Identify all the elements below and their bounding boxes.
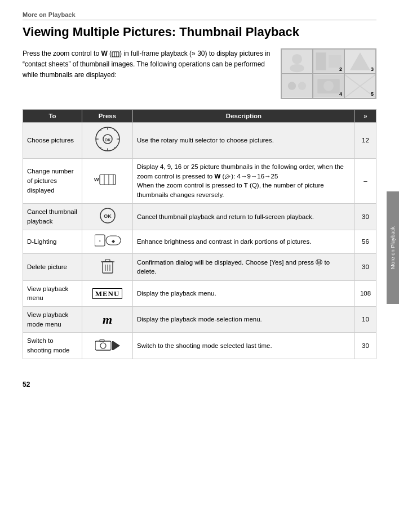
svg-point-28	[114, 131, 115, 132]
table-row: Choose pictures OK	[23, 123, 376, 159]
svg-text:w: w	[94, 176, 99, 182]
thumb-cell-4	[281, 74, 313, 99]
svg-rect-56	[112, 341, 113, 350]
rotary-icon: OK	[95, 126, 121, 152]
intro-area: Press the zoom control to W () in full-f…	[23, 48, 376, 99]
svg-marker-55	[113, 341, 120, 350]
m-button-icon: m	[103, 311, 112, 329]
menu-button-icon: MENU	[92, 288, 123, 299]
page-title: Viewing Multiple Pictures: Thumbnail Pla…	[23, 25, 376, 39]
th-press: Press	[82, 110, 133, 123]
shooting-mode-icon	[95, 338, 120, 351]
svg-point-32	[100, 147, 101, 149]
svg-rect-8	[329, 55, 342, 68]
row-press-dlighting: ▫ ◆	[82, 230, 133, 254]
row-to-playback-mode-menu: View playback mode menu	[23, 307, 82, 333]
svg-point-16	[323, 81, 334, 91]
page-container: More on Playback Viewing Multiple Pictur…	[0, 0, 399, 399]
svg-point-33	[96, 139, 97, 140]
row-desc-change-number: Display 4, 9, 16 or 25 picture thumbnail…	[133, 159, 355, 204]
svg-point-30	[114, 147, 115, 149]
svg-rect-11	[282, 75, 312, 98]
svg-text:▫: ▫	[99, 238, 100, 244]
row-pg-playback-mode-menu: 10	[355, 307, 376, 333]
row-desc-choose-pictures: Use the rotary multi selector to choose …	[133, 123, 355, 159]
svg-text:OK: OK	[104, 213, 112, 219]
table-row: View playback menu MENU Display the play…	[23, 280, 376, 306]
row-press-playback-menu: MENU	[82, 280, 133, 306]
table-row: Delete picture Confirmation dialog will …	[23, 254, 376, 281]
row-to-dlighting: D-Lighting	[23, 230, 82, 254]
row-press-cancel-thumb: OK	[82, 203, 133, 230]
svg-point-12	[288, 82, 296, 90]
svg-point-34	[100, 131, 101, 132]
svg-rect-0	[112, 52, 119, 57]
intro-text: Press the zoom control to W () in full-f…	[23, 48, 273, 99]
svg-point-31	[107, 150, 108, 151]
th-to: To	[23, 110, 82, 123]
row-press-change-number: w	[82, 159, 133, 204]
delete-icon	[100, 257, 115, 274]
row-desc-shooting-mode: Switch to the shooting mode selected las…	[133, 333, 355, 359]
section-label: More on Playback	[23, 11, 376, 20]
svg-point-13	[298, 82, 306, 90]
row-pg-cancel-thumb: 30	[355, 203, 376, 230]
table-row: View playback mode menu m Display the pl…	[23, 307, 376, 333]
svg-point-4	[292, 54, 302, 64]
row-to-cancel-thumb: Cancel thumbnail playback	[23, 203, 82, 230]
thumb-cell-2: 2	[313, 49, 344, 74]
thumb-cell-3: 3	[344, 49, 376, 74]
row-press-choose-pictures: OK	[82, 123, 133, 159]
table-row: D-Lighting ▫ ◆ Enhance brightness and co…	[23, 230, 376, 254]
dlighting-icon: ▫ ◆	[95, 234, 121, 247]
row-to-playback-menu: View playback menu	[23, 280, 82, 306]
page-number: 52	[23, 381, 30, 388]
th-description: Description	[133, 110, 355, 123]
row-to-change-number: Change number of pictures displayed	[23, 159, 82, 204]
sidebar-label: More on Playback	[389, 224, 396, 271]
row-press-playback-mode-menu: m	[82, 307, 133, 333]
zoom-control-icon: w	[94, 173, 122, 186]
row-press-delete	[82, 254, 133, 281]
row-pg-shooting-mode: 30	[355, 333, 376, 359]
svg-text:◆: ◆	[112, 239, 116, 244]
row-desc-cancel-thumb: Cancel thumbnail playback and return to …	[133, 203, 355, 230]
svg-point-5	[290, 64, 304, 72]
row-to-shooting-mode: Switch to shooting mode	[23, 333, 82, 359]
main-table: To Press Description » Choose pictures O…	[23, 109, 376, 359]
table-row: Change number of pictures displayed w Di…	[23, 159, 376, 204]
svg-text:OK: OK	[104, 138, 110, 142]
table-row: Switch to shooting mode Switch to the sh…	[23, 333, 376, 359]
row-desc-delete: Confirmation dialog will be displayed. C…	[133, 254, 355, 281]
svg-point-29	[118, 139, 119, 140]
row-desc-playback-menu: Display the playback menu.	[133, 280, 355, 306]
thumb-cell-6: 5	[344, 74, 376, 99]
row-to-delete: Delete picture	[23, 254, 82, 281]
svg-point-27	[107, 128, 108, 129]
table-row: Cancel thumbnail playback OK Cancel thum…	[23, 203, 376, 230]
thumbnail-grid: 2 3	[281, 48, 376, 99]
thumb-cell-1	[281, 49, 313, 74]
row-press-shooting-mode	[82, 333, 133, 359]
row-pg-dlighting: 56	[355, 230, 376, 254]
sidebar-strip: More on Playback	[387, 191, 399, 304]
ok-button-icon: OK	[99, 207, 116, 224]
row-pg-playback-menu: 108	[355, 280, 376, 306]
th-page: »	[355, 110, 376, 123]
row-desc-playback-mode-menu: Display the playback mode-selection menu…	[133, 307, 355, 333]
svg-point-53	[100, 343, 106, 348]
row-desc-dlighting: Enhance brightness and contrast in dark …	[133, 230, 355, 254]
svg-rect-7	[316, 53, 326, 71]
thumb-cell-5: 4	[313, 74, 344, 99]
row-pg-delete: 30	[355, 254, 376, 281]
row-to-choose-pictures: Choose pictures	[23, 123, 82, 159]
intro-image: 2 3	[281, 48, 376, 99]
row-pg-choose-pictures: 12	[355, 123, 376, 159]
row-pg-change-number: –	[355, 159, 376, 204]
